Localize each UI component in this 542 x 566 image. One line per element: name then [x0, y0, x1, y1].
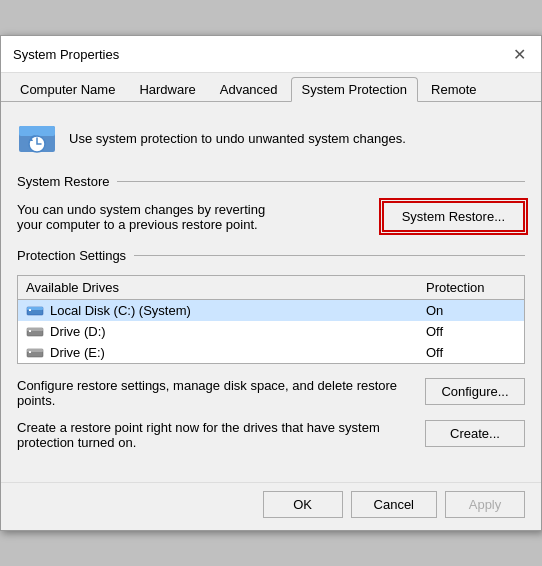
apply-button[interactable]: Apply: [445, 491, 525, 518]
configure-button[interactable]: Configure...: [425, 378, 525, 405]
configure-row: Configure restore settings, manage disk …: [17, 378, 525, 408]
table-header: Available Drives Protection: [18, 276, 524, 300]
create-button[interactable]: Create...: [425, 420, 525, 447]
col-protection-header: Protection: [426, 280, 516, 295]
tab-computer-name[interactable]: Computer Name: [9, 77, 126, 101]
info-banner: Use system protection to undo unwanted s…: [17, 118, 525, 158]
system-properties-window: System Properties ✕ Computer Name Hardwa…: [0, 35, 542, 531]
drive-name-cell: Drive (D:): [26, 324, 426, 339]
system-restore-description: You can undo system changes by reverting…: [17, 202, 277, 232]
system-restore-label: System Restore: [17, 174, 109, 189]
table-row[interactable]: Local Disk (C:) (System) On: [18, 300, 524, 321]
col-drives-header: Available Drives: [26, 280, 426, 295]
table-row[interactable]: Drive (E:) Off: [18, 342, 524, 363]
drive-name-cell: Drive (E:): [26, 345, 426, 360]
protection-settings-label: Protection Settings: [17, 248, 126, 263]
tab-system-protection[interactable]: System Protection: [291, 77, 419, 102]
protection-settings-section: Protection Settings Available Drives Pro…: [17, 248, 525, 450]
svg-rect-6: [29, 309, 31, 311]
drives-table: Available Drives Protection Local Disk (…: [17, 275, 525, 364]
system-restore-header: System Restore: [17, 174, 525, 189]
create-row: Create a restore point right now for the…: [17, 420, 525, 450]
tab-bar: Computer Name Hardware Advanced System P…: [1, 73, 541, 102]
svg-rect-1: [19, 126, 55, 136]
hdd-icon: [26, 304, 44, 318]
drive-name-cell: Local Disk (C:) (System): [26, 303, 426, 318]
system-protection-icon: [17, 118, 57, 158]
system-restore-row: You can undo system changes by reverting…: [17, 201, 525, 232]
tab-advanced[interactable]: Advanced: [209, 77, 289, 101]
ok-button[interactable]: OK: [263, 491, 343, 518]
protection-status-cell: Off: [426, 345, 516, 360]
table-row[interactable]: Drive (D:) Off: [18, 321, 524, 342]
configure-description: Configure restore settings, manage disk …: [17, 378, 413, 408]
footer: OK Cancel Apply: [1, 482, 541, 530]
cancel-button[interactable]: Cancel: [351, 491, 437, 518]
close-button[interactable]: ✕: [509, 44, 529, 64]
protection-status-cell: On: [426, 303, 516, 318]
system-restore-button[interactable]: System Restore...: [382, 201, 525, 232]
svg-rect-9: [29, 330, 31, 332]
protection-status-cell: Off: [426, 324, 516, 339]
hdd-icon: [26, 325, 44, 339]
info-text: Use system protection to undo unwanted s…: [69, 131, 406, 146]
create-description: Create a restore point right now for the…: [17, 420, 413, 450]
tab-remote[interactable]: Remote: [420, 77, 488, 101]
title-bar: System Properties ✕: [1, 36, 541, 73]
system-restore-section: System Restore You can undo system chang…: [17, 174, 525, 232]
protection-settings-header: Protection Settings: [17, 248, 525, 263]
tab-content: Use system protection to undo unwanted s…: [1, 102, 541, 482]
svg-rect-12: [29, 351, 31, 353]
tab-hardware[interactable]: Hardware: [128, 77, 206, 101]
hdd-icon: [26, 346, 44, 360]
window-title: System Properties: [13, 47, 119, 62]
